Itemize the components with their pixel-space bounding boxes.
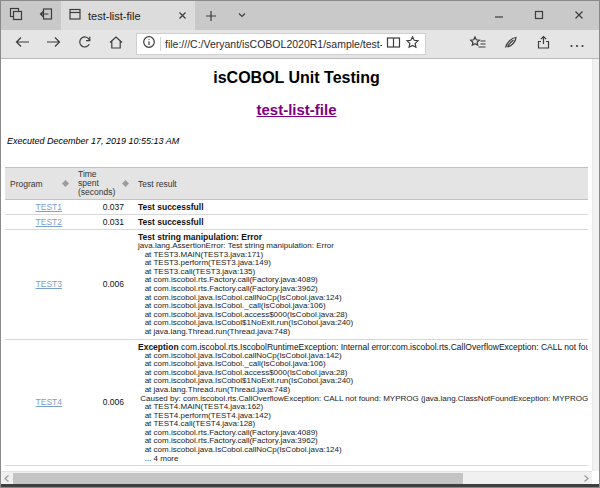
test1-link[interactable]: TEST1 <box>36 202 62 212</box>
tab-dropdown-button[interactable] <box>227 1 257 30</box>
scroll-left-arrow[interactable] <box>1 472 13 484</box>
test2-link[interactable]: TEST2 <box>36 217 62 227</box>
test4-stack-trace: at com.iscobol.java.IsCobol.callNoCp(IsC… <box>138 352 588 464</box>
minimize-button[interactable] <box>479 1 519 30</box>
tab-close-icon[interactable] <box>177 10 188 21</box>
sort-icon <box>62 180 69 187</box>
test1-result: Test successfull <box>133 200 588 215</box>
test3-link[interactable]: TEST3 <box>36 279 62 289</box>
share-button[interactable] <box>527 30 560 58</box>
info-icon[interactable] <box>142 35 156 53</box>
close-button[interactable] <box>559 1 599 30</box>
test2-result: Test successfull <box>133 215 588 230</box>
tab-title: test-list-file <box>88 10 171 22</box>
url-text[interactable]: file:///C:/Veryant/isCOBOL2020R1/sample/… <box>165 38 382 50</box>
test4-result: Exception com.iscobol.rts.IscobolRuntime… <box>133 339 588 466</box>
table-row-test1: TEST1 0.037 Test successfull <box>5 200 588 215</box>
share-icon <box>536 35 551 54</box>
refresh-button[interactable] <box>69 30 100 58</box>
forward-icon <box>45 35 62 53</box>
header-program[interactable]: Program <box>5 168 73 200</box>
set-aside-tabs-icon <box>8 6 24 26</box>
executed-timestamp: Executed December 17, 2019 10:55:13 AM <box>7 136 592 146</box>
table-row-test4: TEST4 0.006 Exception com.iscobol.rts.Is… <box>5 339 588 466</box>
address-bar[interactable]: file:///C:/Veryant/isCOBOL2020R1/sample/… <box>136 33 426 55</box>
maximize-icon <box>533 7 545 25</box>
favorites-hub-icon <box>469 35 487 54</box>
minimize-icon <box>493 7 505 25</box>
home-button[interactable] <box>100 30 131 58</box>
report-link-row: test-list-file <box>1 101 592 119</box>
tabs-set-aside-button[interactable] <box>31 1 61 30</box>
toolbar-right-icons <box>461 30 593 58</box>
tabs-set-aside-icon <box>38 6 54 26</box>
browser-toolbar: file:///C:/Veryant/isCOBOL2020R1/sample/… <box>1 30 599 59</box>
tab-bar-spacer <box>257 1 479 30</box>
web-note-button[interactable] <box>494 30 527 58</box>
home-icon <box>108 35 124 54</box>
page-viewport: isCOBOL Unit Testing test-list-file Exec… <box>1 59 599 484</box>
web-note-pen-icon <box>503 35 519 54</box>
window-bottom-edge <box>1 484 599 487</box>
forward-button[interactable] <box>38 30 69 58</box>
header-test-result[interactable]: Test result <box>133 168 588 200</box>
browser-tab[interactable]: test-list-file <box>61 1 195 30</box>
vertical-scrollbar-track[interactable] <box>592 59 599 471</box>
page-title: isCOBOL Unit Testing <box>1 69 592 87</box>
table-header-row: Program Time spent (seconds) <box>5 168 588 200</box>
scroll-right-arrow[interactable] <box>580 472 592 484</box>
more-options-icon <box>569 35 585 53</box>
header-time-spent[interactable]: Time spent (seconds) <box>73 168 133 200</box>
test3-time: 0.006 <box>73 230 133 340</box>
report-file-link[interactable]: test-list-file <box>256 101 336 118</box>
report-page: isCOBOL Unit Testing test-list-file Exec… <box>1 59 592 471</box>
test4-time: 0.006 <box>73 339 133 466</box>
table-row-test3: TEST3 0.006 Test string manipulation: Er… <box>5 230 588 340</box>
results-table: Program Time spent (seconds) <box>5 167 588 466</box>
favorite-star-icon[interactable] <box>405 35 420 53</box>
header-time-label: Time spent (seconds) <box>78 170 119 197</box>
results-table-wrap: Program Time spent (seconds) <box>5 167 588 466</box>
back-button[interactable] <box>7 30 38 58</box>
page-icon <box>68 7 82 25</box>
tab-bar: test-list-file <box>1 1 599 30</box>
test3-result: Test string manipulation: Error java.lan… <box>133 230 588 340</box>
maximize-button[interactable] <box>519 1 559 30</box>
browser-window: test-list-file <box>0 0 600 488</box>
refresh-icon <box>77 35 92 54</box>
header-program-label: Program <box>10 179 43 189</box>
test4-link[interactable]: TEST4 <box>36 397 62 407</box>
horizontal-scrollbar[interactable] <box>1 471 592 484</box>
header-result-label: Test result <box>138 179 177 189</box>
test3-stack-trace: java.lang.AssertionError: Test string ma… <box>138 242 588 337</box>
more-options-button[interactable] <box>560 30 593 58</box>
close-icon <box>573 7 585 25</box>
set-aside-tabs-button[interactable] <box>1 1 31 30</box>
reading-view-icon[interactable] <box>386 35 401 53</box>
back-icon <box>14 35 31 53</box>
address-divider <box>160 37 161 51</box>
test1-time: 0.037 <box>73 200 133 215</box>
new-tab-button[interactable] <box>195 1 227 30</box>
sort-icon <box>122 180 129 187</box>
table-row-test2: TEST2 0.031 Test successfull <box>5 215 588 230</box>
chevron-down-icon <box>236 7 248 25</box>
favorites-hub-button[interactable] <box>461 30 494 58</box>
horizontal-scrollbar-thumb[interactable] <box>13 473 463 484</box>
test2-time: 0.031 <box>73 215 133 230</box>
